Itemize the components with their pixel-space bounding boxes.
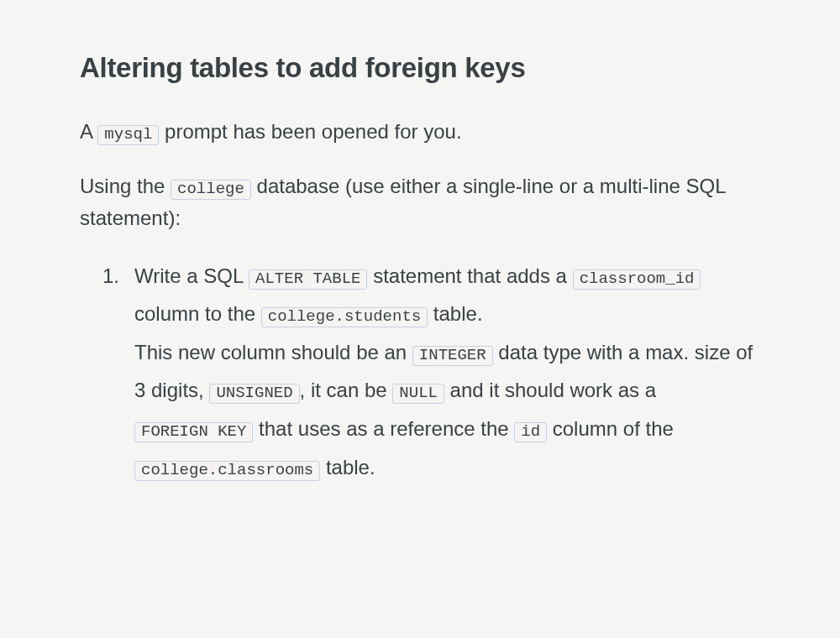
task-list: Write a SQL ALTER TABLE statement that a… xyxy=(80,257,760,487)
text: Write a SQL xyxy=(134,264,249,287)
code-classroom-id: classroom_id xyxy=(573,269,701,290)
code-mysql: mysql xyxy=(97,125,159,145)
code-unsigned: UNSIGNED xyxy=(209,384,299,404)
code-foreign-key: FOREIGN KEY xyxy=(134,422,253,442)
code-college-classrooms: college.classrooms xyxy=(134,461,320,481)
code-college: college xyxy=(171,180,251,200)
text: prompt has been opened for you. xyxy=(159,120,461,143)
code-alter-table: ALTER TABLE xyxy=(249,269,367,290)
code-null: NULL xyxy=(392,384,444,404)
text: A xyxy=(80,120,97,143)
text: column to the xyxy=(134,302,261,325)
text: , it can be xyxy=(300,379,393,401)
intro-paragraph-2: Using the college database (use either a… xyxy=(80,170,760,233)
text: column of the xyxy=(547,417,674,440)
code-integer: INTEGER xyxy=(412,346,493,366)
page-heading: Altering tables to add foreign keys xyxy=(80,46,760,89)
text: table. xyxy=(428,302,482,325)
code-college-students: college.students xyxy=(261,307,428,327)
text: that uses as a reference the xyxy=(253,417,514,440)
code-id: id xyxy=(514,422,547,442)
text: statement that adds a xyxy=(367,264,572,287)
text: This new column should be an xyxy=(134,341,412,363)
text: Using the xyxy=(80,175,171,197)
task-item-1: Write a SQL ALTER TABLE statement that a… xyxy=(134,257,760,487)
text: table. xyxy=(320,456,375,478)
text: and it should work as a xyxy=(444,379,656,401)
intro-paragraph-1: A mysql prompt has been opened for you. xyxy=(80,116,760,147)
